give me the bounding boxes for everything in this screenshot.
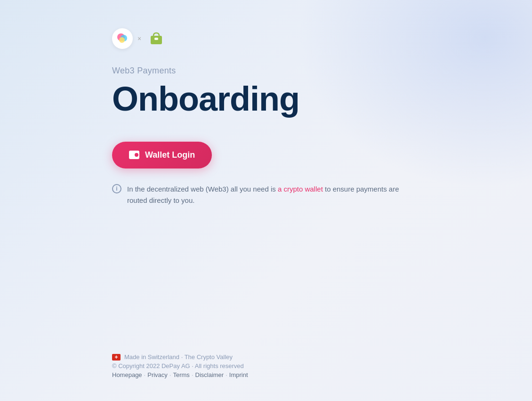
page-subtitle: Web3 Payments <box>112 66 532 76</box>
crypto-wallet-link[interactable]: a crypto wallet <box>278 185 323 193</box>
footer-link-homepage[interactable]: Homepage <box>112 371 142 378</box>
svg-rect-6 <box>129 151 138 153</box>
wallet-login-label: Wallet Login <box>145 150 195 160</box>
separator-3: · <box>192 371 193 378</box>
separator-1: · <box>144 371 146 378</box>
shopify-logo <box>146 28 167 49</box>
wallet-login-button[interactable]: Wallet Login <box>112 142 212 168</box>
footer-link-terms[interactable]: Terms <box>173 371 189 378</box>
info-section: i In the decentralized web (Web3) all yo… <box>112 184 413 206</box>
page-heading: Onboarding <box>112 81 532 117</box>
footer: Made in Switzerland · The Crypto Valley … <box>112 353 248 378</box>
footer-link-privacy[interactable]: Privacy <box>147 371 168 378</box>
logo-area: × <box>112 28 532 49</box>
footer-swiss-text: Made in Switzerland · The Crypto Valley <box>124 353 233 361</box>
footer-swiss-line: Made in Switzerland · The Crypto Valley <box>112 353 248 361</box>
info-icon: i <box>112 184 121 193</box>
depay-logo <box>112 28 133 49</box>
separator-2: · <box>169 371 171 378</box>
svg-point-2 <box>119 37 125 43</box>
footer-copyright: © Copyright 2022 DePay AG · All rights r… <box>112 362 248 369</box>
page-container: × Web3 Payments Onboarding Wallet Login … <box>0 0 532 401</box>
info-text-before: In the decentralized web (Web3) all you … <box>127 185 278 193</box>
footer-links: Homepage · Privacy · Terms · Disclaimer … <box>112 371 248 378</box>
footer-link-imprint[interactable]: Imprint <box>229 371 248 378</box>
svg-rect-4 <box>154 38 158 40</box>
separator-4: · <box>226 371 227 378</box>
info-text: In the decentralized web (Web3) all you … <box>127 184 413 206</box>
svg-point-7 <box>135 154 138 157</box>
logo-separator: × <box>137 35 141 42</box>
swiss-flag-icon <box>112 354 121 361</box>
footer-link-disclaimer[interactable]: Disclaimer <box>195 371 224 378</box>
wallet-icon <box>129 151 139 159</box>
svg-rect-5 <box>129 152 139 159</box>
